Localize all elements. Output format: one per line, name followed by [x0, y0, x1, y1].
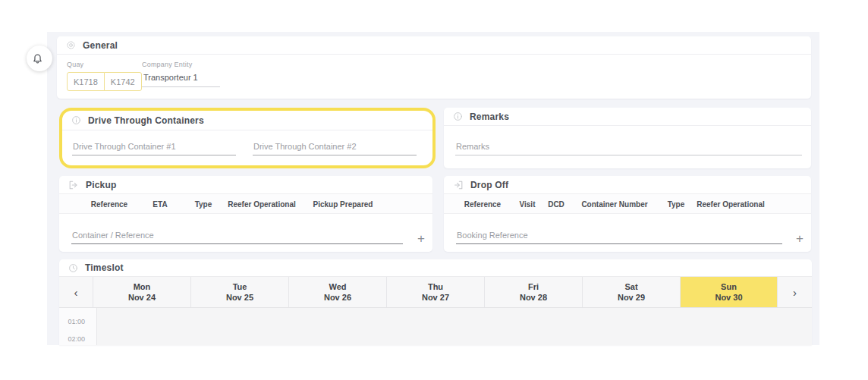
info-icon	[453, 111, 463, 121]
drop-off-booking-reference-input[interactable]	[456, 231, 782, 244]
quay-option-k1742[interactable]: K1742	[104, 72, 142, 91]
day-column-mon[interactable]: Mon Nov 24	[93, 277, 190, 307]
drive-through-header: Drive Through Containers	[62, 111, 432, 130]
remarks-input[interactable]	[455, 142, 802, 155]
general-header: General	[57, 36, 811, 55]
time-axis-column: 01:00 02:00	[59, 308, 97, 345]
pickup-section: Pickup Reference ETA Type Reefer Operati…	[59, 176, 432, 252]
day-column-tue[interactable]: Tue Nov 25	[190, 277, 288, 307]
previous-week-button[interactable]: ‹	[59, 277, 93, 307]
time-label: 02:00	[68, 335, 85, 343]
info-icon	[71, 115, 81, 125]
section-title: Drive Through Containers	[88, 115, 204, 126]
drive-through-container-2-input[interactable]	[253, 142, 417, 155]
day-column-thu[interactable]: Thu Nov 27	[386, 277, 484, 307]
section-title: General	[83, 40, 118, 51]
quay-option-k1718[interactable]: K1718	[67, 72, 105, 91]
company-entity-label: Company Entity	[142, 61, 220, 68]
column-header: Pickup Prepared	[313, 200, 373, 209]
timeslot-section: Timeslot ‹ Mon Nov 24 Tue Nov 25 Wed Nov…	[59, 259, 812, 345]
pickup-table-header: Reference ETA Type Reefer Operational Pi…	[59, 194, 432, 214]
general-section: General Quay K1718 K1742 Company Entity	[57, 36, 811, 99]
quay-button-group: K1718 K1742	[67, 72, 142, 91]
pickup-header: Pickup	[59, 176, 432, 194]
column-header: Reference	[464, 200, 501, 209]
column-header: Reefer Operational	[697, 200, 764, 209]
column-header: Reefer Operational	[228, 200, 295, 209]
drop-off-section: Drop Off Reference Visit DCD Container N…	[444, 176, 811, 252]
remarks-header: Remarks	[444, 108, 811, 126]
timeslot-grid[interactable]: 01:00 02:00	[59, 308, 812, 345]
pickup-add-button[interactable]: +	[417, 232, 425, 245]
drive-through-container-1-input[interactable]	[72, 142, 236, 155]
day-column-fri[interactable]: Fri Nov 28	[484, 277, 582, 307]
pickup-container-reference-input[interactable]	[71, 231, 403, 244]
timeslot-header: Timeslot	[59, 259, 812, 276]
chevron-left-icon: ‹	[74, 286, 78, 299]
booking-page: General Quay K1718 K1742 Company Entity …	[0, 0, 868, 380]
sign-out-icon	[68, 180, 79, 190]
company-entity-field: Company Entity	[142, 61, 220, 87]
chevron-right-icon: ›	[793, 286, 797, 299]
time-label: 01:00	[68, 318, 85, 325]
notifications-tab[interactable]	[27, 46, 52, 71]
section-title: Remarks	[470, 111, 509, 122]
column-header: DCD	[548, 200, 565, 209]
timeslot-day-row: ‹ Mon Nov 24 Tue Nov 25 Wed Nov 26 Thu N…	[59, 276, 812, 308]
column-header: Container Number	[581, 200, 647, 209]
column-header: Type	[668, 200, 685, 209]
sign-in-icon	[453, 180, 464, 190]
drop-off-table-header: Reference Visit DCD Container Number Typ…	[444, 194, 811, 214]
drop-off-add-button[interactable]: +	[796, 232, 804, 245]
day-column-sun-selected[interactable]: Sun Nov 30	[680, 277, 778, 307]
quay-field: Quay K1718 K1742	[67, 61, 142, 91]
gear-icon	[66, 40, 76, 50]
day-column-wed[interactable]: Wed Nov 26	[288, 277, 386, 307]
column-header: Reference	[91, 200, 127, 209]
bell-icon	[32, 53, 43, 64]
column-header: Type	[195, 200, 212, 209]
remarks-section: Remarks	[444, 108, 811, 168]
quay-label: Quay	[67, 61, 142, 68]
column-header: ETA	[153, 200, 167, 209]
drop-off-header: Drop Off	[444, 176, 811, 194]
section-title: Drop Off	[470, 180, 508, 190]
column-header: Visit	[520, 200, 536, 209]
section-title: Timeslot	[85, 262, 124, 273]
company-entity-input[interactable]	[142, 73, 220, 87]
day-column-sat[interactable]: Sat Nov 29	[582, 277, 680, 307]
section-title: Pickup	[86, 180, 117, 190]
drive-through-section: Drive Through Containers	[59, 108, 436, 168]
clock-icon	[68, 263, 78, 273]
next-week-button[interactable]: ›	[778, 277, 812, 307]
